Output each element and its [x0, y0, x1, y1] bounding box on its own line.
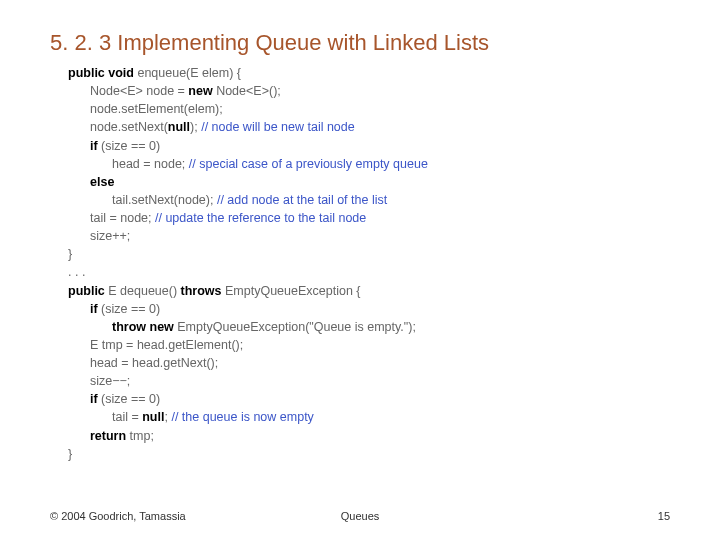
code-line: node.setNext(null); // node will be new … — [68, 118, 670, 136]
code-line: if (size == 0) — [68, 137, 670, 155]
code-line: E tmp = head.getElement(); — [68, 336, 670, 354]
code-line: return tmp; — [68, 427, 670, 445]
code-line: head = head.getNext(); — [68, 354, 670, 372]
code-line: } — [68, 245, 670, 263]
code-line: tail = null; // the queue is now empty — [68, 408, 670, 426]
slide-title: 5. 2. 3 Implementing Queue with Linked L… — [50, 30, 670, 56]
footer-title: Queues — [257, 510, 464, 522]
code-line: tail = node; // update the reference to … — [68, 209, 670, 227]
code-ellipsis: . . . — [68, 263, 670, 281]
code-line: size++; — [68, 227, 670, 245]
code-line: node.setElement(elem); — [68, 100, 670, 118]
code-line: tail.setNext(node); // add node at the t… — [68, 191, 670, 209]
code-line: if (size == 0) — [68, 390, 670, 408]
slide: 5. 2. 3 Implementing Queue with Linked L… — [0, 0, 720, 540]
code-block: public void enqueue(E elem) { Node<E> no… — [50, 64, 670, 463]
code-line: if (size == 0) — [68, 300, 670, 318]
code-line: size−−; — [68, 372, 670, 390]
code-line: head = node; // special case of a previo… — [68, 155, 670, 173]
slide-footer: © 2004 Goodrich, Tamassia Queues 15 — [0, 510, 720, 522]
code-line: } — [68, 445, 670, 463]
code-line: public E dequeue() throws EmptyQueueExce… — [68, 282, 670, 300]
footer-page-number: 15 — [463, 510, 670, 522]
code-line: public void enqueue(E elem) { — [68, 64, 670, 82]
code-line: Node<E> node = new Node<E>(); — [68, 82, 670, 100]
footer-copyright: © 2004 Goodrich, Tamassia — [50, 510, 257, 522]
code-line: else — [68, 173, 670, 191]
code-line: throw new EmptyQueueException("Queue is … — [68, 318, 670, 336]
